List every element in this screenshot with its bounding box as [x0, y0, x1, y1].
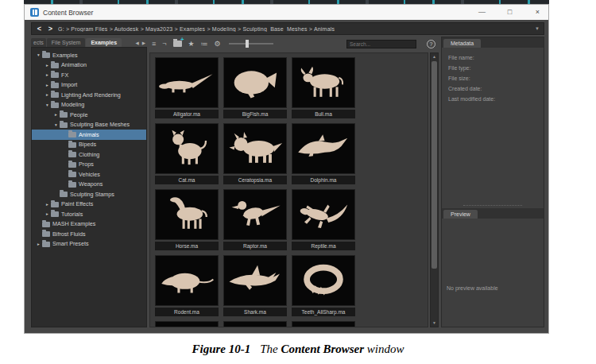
- asset-tile-turtle-ma[interactable]: Turtle.ma: [292, 321, 355, 327]
- view-options-icon[interactable]: ≔: [201, 41, 208, 48]
- asset-thumbnail: [292, 57, 355, 108]
- tree-expand-arrow-icon[interactable]: ▾: [35, 52, 42, 57]
- asset-tile-teeth-sharpcanines-ma[interactable]: Teeth_SharpCanines.ma: [155, 321, 219, 327]
- new-folder-icon[interactable]: +: [173, 41, 182, 47]
- tree-item-label: Lighting And Rendering: [61, 91, 121, 99]
- settings-gear-icon[interactable]: ⚙: [215, 41, 221, 48]
- folder-icon: [68, 182, 76, 188]
- asset-thumbnail: [155, 321, 219, 327]
- asset-tile-trex-ma[interactable]: TRex.ma: [223, 321, 287, 327]
- tree-item-import[interactable]: ▸Import: [32, 80, 146, 91]
- tree-item-people[interactable]: ▸People: [32, 110, 146, 120]
- tree-item-sculpting-stamps[interactable]: Sculpting Stamps: [32, 189, 146, 199]
- asset-tile-raptor-ma[interactable]: Raptor.ma: [223, 189, 287, 250]
- asset-thumbnail: [223, 255, 287, 306]
- tree-item-sculpting-base-meshes[interactable]: ▾Sculpting Base Meshes: [32, 120, 146, 130]
- favorite-star-icon[interactable]: ★: [188, 41, 195, 48]
- search-input[interactable]: [346, 40, 416, 48]
- panel-tabs: ectsFile SystemExamples: [31, 38, 122, 47]
- tab-scroll-left-icon[interactable]: ◀: [136, 41, 139, 45]
- tree-item-props[interactable]: Props: [32, 160, 146, 170]
- tree-item-label: Sculpting Base Meshes: [70, 121, 130, 128]
- tree-expand-arrow-icon[interactable]: ▸: [44, 211, 51, 216]
- tree-expand-arrow-icon[interactable]: ▸: [44, 83, 51, 87]
- asset-tile-shark-ma[interactable]: Shark.ma: [223, 255, 287, 316]
- folder-icon: [51, 63, 59, 68]
- tab-file-system[interactable]: File System: [47, 38, 86, 47]
- slider-handle[interactable]: [246, 40, 249, 48]
- tab-preview[interactable]: Preview: [443, 210, 478, 219]
- asset-filename: BigFish.ma: [223, 110, 287, 118]
- folder-icon: [51, 103, 59, 108]
- asset-tile-rodent-ma[interactable]: Rodent.ma: [155, 255, 219, 316]
- tree-item-paint-effects[interactable]: ▸Paint Effects: [32, 199, 146, 210]
- tree-item-bipeds[interactable]: Bipeds: [32, 140, 146, 150]
- asset-filename: Raptor.ma: [223, 242, 287, 250]
- figure-caption: Figure 10-1The Content Browser window: [0, 343, 596, 356]
- asset-filename: Alligator.ma: [155, 110, 219, 118]
- tree-expand-arrow-icon[interactable]: ▸: [44, 202, 51, 207]
- tree-expand-arrow-icon[interactable]: ▸: [44, 63, 51, 68]
- tree-item-modeling[interactable]: ▾Modeling: [32, 100, 146, 110]
- asset-tile-horse-ma[interactable]: Horse.ma: [155, 189, 219, 250]
- asset-tile-teeth-allsharp-ma[interactable]: Teeth_AllSharp.ma: [292, 255, 355, 316]
- asset-tile-alligator-ma[interactable]: Alligator.ma: [155, 57, 219, 118]
- asset-tile-ceratopsia-ma[interactable]: Ceratopsia.ma: [223, 123, 287, 184]
- tree-expand-arrow-icon[interactable]: ▸: [52, 112, 60, 117]
- tree-item-clothing[interactable]: Clothing: [32, 149, 146, 160]
- breadcrumb[interactable]: G: > Program Files > Autodesk > Maya2023…: [58, 26, 531, 32]
- minimize-button[interactable]: —: [478, 5, 486, 20]
- tree-item-smart-presets[interactable]: ▸Smart Presets: [32, 239, 146, 250]
- close-button[interactable]: ×: [533, 5, 542, 20]
- tab-scroll-right-icon[interactable]: ▶: [142, 41, 145, 45]
- asset-tile-cat-ma[interactable]: Cat.ma: [155, 123, 219, 184]
- asset-tile-bigfish-ma[interactable]: BigFish.ma: [223, 57, 287, 118]
- tree-expand-arrow-icon[interactable]: ▸: [44, 92, 51, 97]
- tree-item-tutorials[interactable]: ▸Tutorials: [32, 209, 146, 219]
- metadata-field-last-modified-date: Last modified date:: [448, 96, 540, 106]
- scrollbar-thumb[interactable]: [432, 61, 437, 269]
- scroll-down-icon[interactable]: ▼: [432, 319, 436, 327]
- tree-item-label: FX: [61, 72, 68, 79]
- asset-tile-dolphin-ma[interactable]: Dolphin.ma: [292, 123, 355, 184]
- tab-ects[interactable]: ects: [31, 38, 46, 47]
- thumbnail-size-slider[interactable]: [229, 43, 273, 45]
- tree-expand-arrow-icon[interactable]: ▾: [52, 122, 60, 127]
- tree-item-label: Clothing: [79, 151, 99, 158]
- vertical-scrollbar[interactable]: ▲ ▼: [430, 52, 439, 327]
- tree-item-vehicles[interactable]: Vehicles: [32, 169, 146, 180]
- asset-filename: Cat.ma: [155, 176, 219, 184]
- tree-item-label: MASH Examples: [52, 220, 95, 227]
- metadata-fields: File name:File type:File size:Created da…: [442, 48, 544, 203]
- tree-item-weapons[interactable]: Weapons: [32, 180, 146, 190]
- tree-item-bifrost-fluids[interactable]: Bifrost Fluids: [32, 229, 146, 239]
- tree-item-animals[interactable]: Animals: [32, 130, 146, 140]
- panel-splitter[interactable]: [442, 203, 544, 208]
- tree-item-animation[interactable]: ▸Animation: [32, 60, 146, 71]
- tab-examples[interactable]: Examples: [86, 38, 122, 47]
- asset-tile-reptile-ma[interactable]: Reptile.ma: [292, 189, 355, 250]
- metadata-field-file-size: File size:: [448, 76, 540, 86]
- tree-expand-arrow-icon[interactable]: ▸: [35, 242, 42, 246]
- asset-filename: Rodent.ma: [155, 308, 219, 316]
- scroll-up-icon[interactable]: ▲: [432, 53, 436, 60]
- window-title: Content Browser: [43, 9, 93, 17]
- tab-metadata[interactable]: Metadata: [443, 39, 481, 48]
- asset-thumbnail: [223, 123, 287, 174]
- tree-expand-arrow-icon[interactable]: ▾: [44, 103, 51, 107]
- breadcrumb-dropdown-icon[interactable]: ▼: [535, 26, 540, 31]
- maximize-button[interactable]: □: [505, 5, 514, 20]
- back-button[interactable]: <: [36, 23, 43, 34]
- tree-expand-arrow-icon[interactable]: ▸: [44, 72, 51, 77]
- tree-item-label: Props: [79, 161, 94, 168]
- view-list-icon[interactable]: ≡: [152, 41, 156, 48]
- tree-item-lighting-and-rendering[interactable]: ▸Lighting And Rendering: [32, 90, 146, 100]
- tree-item-fx[interactable]: ▸FX: [32, 70, 146, 80]
- folder-icon: [51, 72, 59, 78]
- tree-item-mash-examples[interactable]: MASH Examples: [32, 219, 146, 230]
- help-icon[interactable]: ?: [427, 40, 435, 48]
- forward-button[interactable]: >: [47, 23, 54, 34]
- tree-item-examples[interactable]: ▾Examples: [32, 50, 146, 60]
- back-corner-icon[interactable]: ¬: [162, 41, 166, 48]
- asset-tile-bull-ma[interactable]: Bull.ma: [292, 57, 355, 118]
